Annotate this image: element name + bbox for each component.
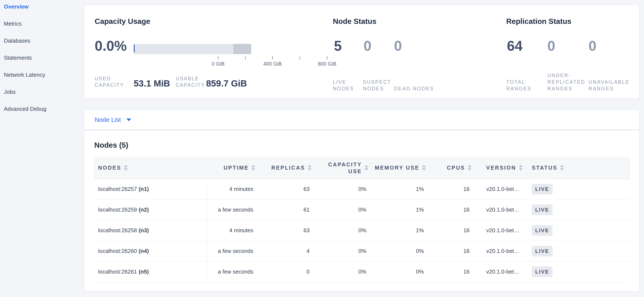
status-badge: LIVE [532, 246, 552, 257]
gauge-tick [218, 56, 218, 59]
node-id: (n1) [138, 186, 149, 192]
gauge-tick [300, 56, 300, 59]
node-address[interactable]: localhost:26257 [98, 186, 137, 192]
sort-icon [364, 165, 368, 171]
node-address[interactable]: localhost:26261 [98, 269, 137, 275]
table-row: localhost:26261(n5) a few seconds 0 0% 0… [94, 262, 630, 282]
sort-icon [252, 165, 255, 171]
capacity-used-percent: 0.0% [95, 39, 127, 53]
table-header-row: NODES UPTIME REPLICAS CAPACITY USE MEMOR… [94, 157, 630, 179]
usable-capacity-value: 859.7 GiB [206, 79, 247, 88]
node-list-dropdown[interactable]: Node List [95, 116, 131, 123]
column-label: STATUS [532, 165, 558, 171]
usable-capacity-label: USABLE CAPACITY [176, 75, 206, 88]
sidebar-item-advanced-debug[interactable]: Advanced Debug [0, 100, 84, 117]
capacity-use-cell: 0% [315, 241, 372, 262]
gauge-tick-label: 800 GiB [310, 61, 344, 67]
status-cell: LIVE [528, 179, 630, 199]
node-id: (n3) [138, 227, 149, 234]
capacity-usage-title: Capacity Usage [95, 17, 150, 25]
uptime-cell: a few seconds [207, 262, 258, 282]
replication-labels: TOTAL RANGES UNDER-REPLICATED RANGES UNA… [506, 60, 638, 92]
node-address[interactable]: localhost:26260 [98, 248, 137, 254]
uptime-cell: a few seconds [207, 241, 258, 262]
sidebar: Overview Metrics Databases Statements Ne… [0, 0, 84, 117]
sidebar-item-databases[interactable]: Databases [0, 32, 84, 49]
sidebar-item-jobs[interactable]: Jobs [0, 83, 84, 100]
status-badge: LIVE [532, 205, 552, 215]
live-nodes-count: 5 [334, 39, 364, 53]
nodes-table-title: Nodes (5) [94, 141, 128, 149]
under-replicated-ranges-count: 0 [548, 39, 588, 53]
column-header-capacity-use[interactable]: CAPACITY USE [315, 157, 372, 179]
sidebar-item-metrics[interactable]: Metrics [0, 15, 84, 32]
table-row: localhost:26257(n1) 4 minutes 63 0% 1% 1… [94, 179, 630, 199]
table-row: localhost:26258(n3) 4 minutes 63 0% 1% 1… [94, 220, 630, 241]
version-cell: v20.1.0-bet… [475, 220, 528, 241]
gauge-tick-label: 0 GiB [201, 61, 235, 67]
sort-icon [308, 165, 312, 171]
node-status-title: Node Status [333, 17, 376, 25]
memory-use-cell: 0% [372, 241, 429, 262]
capacity-gauge-unusable-segment [233, 44, 251, 54]
gauge-tick [272, 56, 273, 59]
sidebar-item-overview[interactable]: Overview [0, 0, 84, 15]
capacity-stats: USED CAPACITY 53.1 MiB USABLE CAPACITY 8… [95, 75, 247, 88]
column-header-uptime[interactable]: UPTIME [207, 157, 258, 179]
suspect-nodes-count: 0 [364, 39, 394, 53]
replication-values: 64 0 0 [507, 39, 636, 53]
capacity-use-cell: 0% [315, 179, 372, 199]
capacity-use-cell: 0% [315, 220, 372, 241]
gauge-tick [327, 56, 327, 59]
nodes-table: NODES UPTIME REPLICAS CAPACITY USE MEMOR… [94, 157, 630, 282]
node-address-cell[interactable]: localhost:26259(n2) [94, 199, 207, 220]
capacity-use-cell: 0% [315, 262, 372, 282]
sidebar-item-statements[interactable]: Statements [0, 49, 84, 66]
replicas-cell: 63 [258, 179, 315, 199]
cpus-cell: 16 [429, 241, 475, 262]
version-cell: v20.1.0-bet… [475, 262, 528, 282]
column-header-replicas[interactable]: REPLICAS [258, 157, 315, 179]
sort-icon [422, 165, 426, 171]
node-status-labels: LIVE NODES SUSPECT NODES DEAD NODES [333, 66, 437, 92]
node-address-cell[interactable]: localhost:26261(n5) [94, 262, 207, 282]
sort-icon [468, 165, 472, 171]
node-address-cell[interactable]: localhost:26257(n1) [94, 179, 207, 199]
column-label: VERSION [486, 165, 516, 171]
column-header-status[interactable]: STATUS [528, 157, 630, 179]
node-address[interactable]: localhost:26259 [98, 206, 137, 213]
column-header-cpus[interactable]: CPUS [429, 157, 475, 179]
uptime-cell: a few seconds [207, 199, 258, 220]
column-label: REPLICAS [272, 165, 305, 171]
column-label: NODES [98, 165, 121, 171]
memory-use-cell: 1% [372, 199, 429, 220]
replicas-cell: 61 [258, 199, 315, 220]
capacity-gauge-used-segment [134, 44, 135, 52]
column-header-version[interactable]: VERSION [475, 157, 528, 179]
node-address-cell[interactable]: localhost:26260(n4) [94, 241, 207, 262]
node-status-values: 5 0 0 [334, 39, 437, 53]
table-row: localhost:26260(n4) a few seconds 4 0% 0… [94, 241, 630, 262]
cpus-cell: 16 [429, 199, 475, 220]
node-address-cell[interactable]: localhost:26258(n3) [94, 220, 207, 241]
column-header-memory-use[interactable]: MEMORY USE [372, 157, 429, 179]
capacity-use-cell: 0% [315, 199, 372, 220]
total-ranges-label: TOTAL RANGES [506, 79, 548, 92]
node-list-dropdown-label: Node List [95, 116, 121, 123]
status-cell: LIVE [528, 199, 630, 220]
gauge-tick [245, 56, 246, 59]
node-list-bar: Node List [84, 110, 639, 130]
chevron-down-icon [126, 118, 131, 121]
sidebar-item-network-latency[interactable]: Network Latency [0, 66, 84, 83]
column-label: CPUS [447, 165, 465, 171]
capacity-gauge [134, 44, 251, 54]
status-badge: LIVE [532, 184, 552, 195]
column-label: CAPACITY USE [324, 161, 362, 175]
live-nodes-label: LIVE NODES [333, 79, 363, 92]
column-header-nodes[interactable]: NODES [94, 157, 207, 179]
node-id: (n4) [138, 248, 149, 254]
version-cell: v20.1.0-bet… [475, 199, 528, 220]
uptime-cell: 4 minutes [207, 220, 258, 241]
node-address[interactable]: localhost:26258 [98, 227, 137, 234]
version-cell: v20.1.0-bet… [475, 179, 528, 199]
